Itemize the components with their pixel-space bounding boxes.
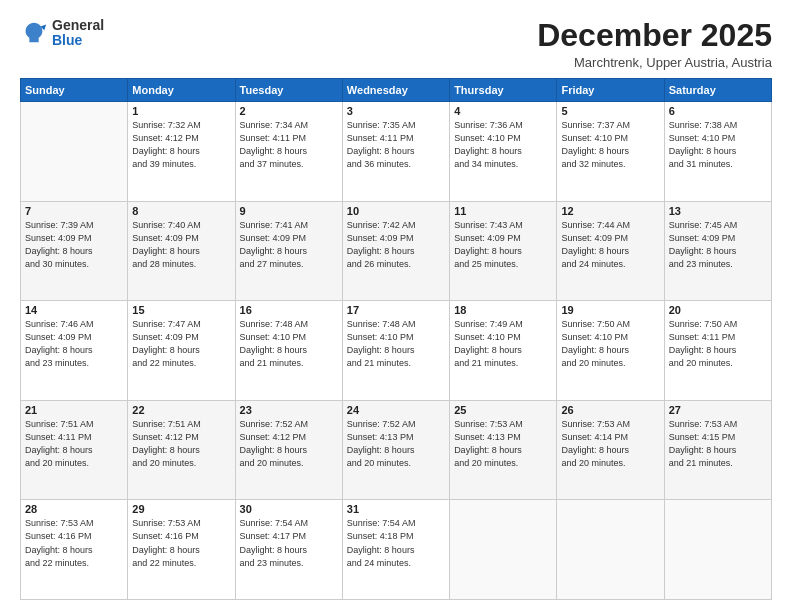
day-number: 6	[669, 105, 767, 117]
day-info: Sunrise: 7:53 AM Sunset: 4:13 PM Dayligh…	[454, 418, 552, 470]
table-row: 7Sunrise: 7:39 AM Sunset: 4:09 PM Daylig…	[21, 201, 128, 301]
day-number: 19	[561, 304, 659, 316]
calendar: Sunday Monday Tuesday Wednesday Thursday…	[20, 78, 772, 600]
day-number: 22	[132, 404, 230, 416]
table-row: 27Sunrise: 7:53 AM Sunset: 4:15 PM Dayli…	[664, 400, 771, 500]
table-row: 16Sunrise: 7:48 AM Sunset: 4:10 PM Dayli…	[235, 301, 342, 401]
day-info: Sunrise: 7:48 AM Sunset: 4:10 PM Dayligh…	[347, 318, 445, 370]
table-row: 18Sunrise: 7:49 AM Sunset: 4:10 PM Dayli…	[450, 301, 557, 401]
table-row: 3Sunrise: 7:35 AM Sunset: 4:11 PM Daylig…	[342, 102, 449, 202]
day-number: 7	[25, 205, 123, 217]
col-thursday: Thursday	[450, 79, 557, 102]
table-row: 31Sunrise: 7:54 AM Sunset: 4:18 PM Dayli…	[342, 500, 449, 600]
table-row: 6Sunrise: 7:38 AM Sunset: 4:10 PM Daylig…	[664, 102, 771, 202]
table-row: 13Sunrise: 7:45 AM Sunset: 4:09 PM Dayli…	[664, 201, 771, 301]
logo-text: General Blue	[52, 18, 104, 49]
table-row: 30Sunrise: 7:54 AM Sunset: 4:17 PM Dayli…	[235, 500, 342, 600]
day-number: 9	[240, 205, 338, 217]
logo-blue-text: Blue	[52, 33, 104, 48]
day-number: 31	[347, 503, 445, 515]
day-info: Sunrise: 7:50 AM Sunset: 4:11 PM Dayligh…	[669, 318, 767, 370]
day-info: Sunrise: 7:37 AM Sunset: 4:10 PM Dayligh…	[561, 119, 659, 171]
col-tuesday: Tuesday	[235, 79, 342, 102]
day-number: 21	[25, 404, 123, 416]
day-number: 2	[240, 105, 338, 117]
table-row: 10Sunrise: 7:42 AM Sunset: 4:09 PM Dayli…	[342, 201, 449, 301]
day-number: 24	[347, 404, 445, 416]
table-row: 20Sunrise: 7:50 AM Sunset: 4:11 PM Dayli…	[664, 301, 771, 401]
day-number: 13	[669, 205, 767, 217]
day-number: 15	[132, 304, 230, 316]
calendar-week-row: 7Sunrise: 7:39 AM Sunset: 4:09 PM Daylig…	[21, 201, 772, 301]
day-info: Sunrise: 7:51 AM Sunset: 4:11 PM Dayligh…	[25, 418, 123, 470]
day-info: Sunrise: 7:32 AM Sunset: 4:12 PM Dayligh…	[132, 119, 230, 171]
day-info: Sunrise: 7:53 AM Sunset: 4:14 PM Dayligh…	[561, 418, 659, 470]
calendar-week-row: 21Sunrise: 7:51 AM Sunset: 4:11 PM Dayli…	[21, 400, 772, 500]
day-info: Sunrise: 7:54 AM Sunset: 4:18 PM Dayligh…	[347, 517, 445, 569]
col-wednesday: Wednesday	[342, 79, 449, 102]
table-row	[557, 500, 664, 600]
table-row: 14Sunrise: 7:46 AM Sunset: 4:09 PM Dayli…	[21, 301, 128, 401]
table-row	[664, 500, 771, 600]
table-row: 28Sunrise: 7:53 AM Sunset: 4:16 PM Dayli…	[21, 500, 128, 600]
day-number: 30	[240, 503, 338, 515]
month-title: December 2025	[537, 18, 772, 53]
day-info: Sunrise: 7:47 AM Sunset: 4:09 PM Dayligh…	[132, 318, 230, 370]
day-info: Sunrise: 7:34 AM Sunset: 4:11 PM Dayligh…	[240, 119, 338, 171]
day-info: Sunrise: 7:44 AM Sunset: 4:09 PM Dayligh…	[561, 219, 659, 271]
day-info: Sunrise: 7:53 AM Sunset: 4:16 PM Dayligh…	[132, 517, 230, 569]
col-sunday: Sunday	[21, 79, 128, 102]
table-row: 29Sunrise: 7:53 AM Sunset: 4:16 PM Dayli…	[128, 500, 235, 600]
table-row: 9Sunrise: 7:41 AM Sunset: 4:09 PM Daylig…	[235, 201, 342, 301]
title-section: December 2025 Marchtrenk, Upper Austria,…	[537, 18, 772, 70]
day-number: 27	[669, 404, 767, 416]
day-number: 26	[561, 404, 659, 416]
table-row: 8Sunrise: 7:40 AM Sunset: 4:09 PM Daylig…	[128, 201, 235, 301]
day-number: 29	[132, 503, 230, 515]
logo-general-text: General	[52, 18, 104, 33]
table-row	[21, 102, 128, 202]
day-number: 12	[561, 205, 659, 217]
logo-icon	[20, 19, 48, 47]
table-row: 17Sunrise: 7:48 AM Sunset: 4:10 PM Dayli…	[342, 301, 449, 401]
day-number: 18	[454, 304, 552, 316]
col-saturday: Saturday	[664, 79, 771, 102]
day-info: Sunrise: 7:51 AM Sunset: 4:12 PM Dayligh…	[132, 418, 230, 470]
day-info: Sunrise: 7:38 AM Sunset: 4:10 PM Dayligh…	[669, 119, 767, 171]
day-number: 14	[25, 304, 123, 316]
day-number: 1	[132, 105, 230, 117]
day-info: Sunrise: 7:35 AM Sunset: 4:11 PM Dayligh…	[347, 119, 445, 171]
calendar-header-row: Sunday Monday Tuesday Wednesday Thursday…	[21, 79, 772, 102]
header: General Blue December 2025 Marchtrenk, U…	[20, 18, 772, 70]
day-number: 28	[25, 503, 123, 515]
day-info: Sunrise: 7:48 AM Sunset: 4:10 PM Dayligh…	[240, 318, 338, 370]
col-friday: Friday	[557, 79, 664, 102]
day-number: 8	[132, 205, 230, 217]
page: General Blue December 2025 Marchtrenk, U…	[0, 0, 792, 612]
day-info: Sunrise: 7:42 AM Sunset: 4:09 PM Dayligh…	[347, 219, 445, 271]
day-number: 25	[454, 404, 552, 416]
table-row: 25Sunrise: 7:53 AM Sunset: 4:13 PM Dayli…	[450, 400, 557, 500]
day-info: Sunrise: 7:36 AM Sunset: 4:10 PM Dayligh…	[454, 119, 552, 171]
table-row: 5Sunrise: 7:37 AM Sunset: 4:10 PM Daylig…	[557, 102, 664, 202]
table-row: 24Sunrise: 7:52 AM Sunset: 4:13 PM Dayli…	[342, 400, 449, 500]
day-number: 16	[240, 304, 338, 316]
table-row: 21Sunrise: 7:51 AM Sunset: 4:11 PM Dayli…	[21, 400, 128, 500]
day-number: 20	[669, 304, 767, 316]
table-row: 26Sunrise: 7:53 AM Sunset: 4:14 PM Dayli…	[557, 400, 664, 500]
day-info: Sunrise: 7:46 AM Sunset: 4:09 PM Dayligh…	[25, 318, 123, 370]
calendar-week-row: 28Sunrise: 7:53 AM Sunset: 4:16 PM Dayli…	[21, 500, 772, 600]
day-number: 23	[240, 404, 338, 416]
table-row: 1Sunrise: 7:32 AM Sunset: 4:12 PM Daylig…	[128, 102, 235, 202]
table-row: 11Sunrise: 7:43 AM Sunset: 4:09 PM Dayli…	[450, 201, 557, 301]
logo: General Blue	[20, 18, 104, 49]
day-info: Sunrise: 7:52 AM Sunset: 4:12 PM Dayligh…	[240, 418, 338, 470]
table-row: 4Sunrise: 7:36 AM Sunset: 4:10 PM Daylig…	[450, 102, 557, 202]
day-number: 3	[347, 105, 445, 117]
day-info: Sunrise: 7:50 AM Sunset: 4:10 PM Dayligh…	[561, 318, 659, 370]
col-monday: Monday	[128, 79, 235, 102]
day-info: Sunrise: 7:43 AM Sunset: 4:09 PM Dayligh…	[454, 219, 552, 271]
day-info: Sunrise: 7:53 AM Sunset: 4:16 PM Dayligh…	[25, 517, 123, 569]
table-row: 12Sunrise: 7:44 AM Sunset: 4:09 PM Dayli…	[557, 201, 664, 301]
day-info: Sunrise: 7:39 AM Sunset: 4:09 PM Dayligh…	[25, 219, 123, 271]
